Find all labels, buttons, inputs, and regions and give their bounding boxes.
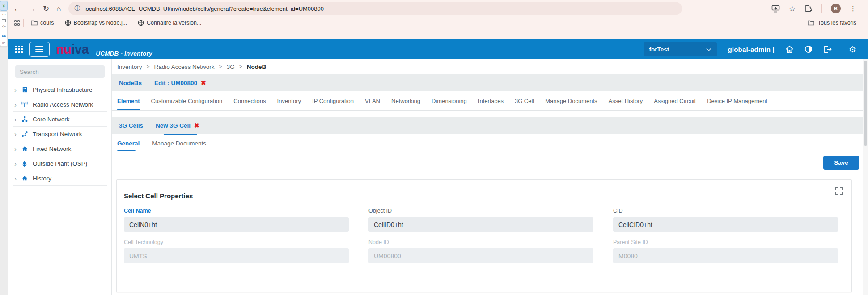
bookmarks-bar: cours Bootstrap vs Node.j... Connaître l… — [8, 17, 868, 29]
settings-gear-icon[interactable]: ⚙ — [849, 45, 856, 54]
profile-avatar[interactable]: B — [831, 4, 841, 13]
tab-edit-um00800[interactable]: Edit : UM00800 ✖ — [154, 74, 206, 91]
bug-icon: ✳ — [2, 4, 5, 9]
tab-dimensioning[interactable]: Dimensioning — [432, 91, 467, 110]
tab-vlan[interactable]: VLAN — [365, 91, 380, 110]
apps-grid-icon[interactable] — [14, 20, 20, 26]
tab-networking[interactable]: Networking — [391, 91, 420, 110]
entity-tab-band: NodeBs Edit : UM00800 ✖ — [112, 74, 863, 91]
close-icon[interactable]: ✖ — [194, 122, 199, 129]
tab-new-3g-cell[interactable]: New 3G Cell ✖ — [156, 117, 199, 134]
logout-button[interactable] — [823, 45, 832, 53]
field-cid: CID — [613, 208, 838, 232]
forward-icon[interactable]: → — [28, 5, 36, 13]
save-button[interactable]: Save — [823, 156, 859, 170]
bookmark-label: Connaître la version... — [147, 20, 201, 26]
tab-3g-cells[interactable]: 3G Cells — [119, 117, 143, 134]
breadcrumb-item[interactable]: Radio Access Network — [154, 64, 215, 70]
search-input[interactable] — [15, 65, 105, 78]
parent-site-id-input — [613, 248, 838, 263]
home-icon — [785, 45, 794, 53]
chevron-right-icon: › — [14, 101, 17, 108]
hamburger-menu-icon[interactable] — [29, 42, 50, 57]
fullscreen-button[interactable] — [832, 184, 846, 198]
extension-tool-panel: ⋯ x)= x= — [0, 12, 8, 47]
sidebar-item-core-network[interactable]: › Core Network — [13, 112, 107, 127]
back-icon[interactable]: ← — [13, 5, 21, 13]
function-icon[interactable]: x)= — [2, 25, 6, 28]
close-icon[interactable]: ✖ — [201, 79, 206, 86]
tab-assigned-circuit[interactable]: Assigned Circuit — [654, 91, 696, 110]
cid-input[interactable] — [613, 217, 838, 232]
tab-customizable-configuration[interactable]: Customizable Configuration — [151, 91, 223, 110]
tab-element[interactable]: Element — [117, 91, 140, 110]
breadcrumb-item[interactable]: Inventory — [117, 64, 142, 70]
window-icon[interactable] — [2, 19, 6, 22]
bookmark-connaitre[interactable]: Connaître la version... — [134, 20, 205, 26]
tab-manage-documents-detail[interactable]: Manage Documents — [152, 134, 206, 153]
sidebar-item-outside-plant[interactable]: › Outside Plant (OSP) — [13, 156, 107, 171]
extension-bug-icon[interactable]: ✳ — [0, 1, 8, 11]
field-cell-name: Cell Name — [124, 208, 349, 232]
tab-connections[interactable]: Connections — [233, 91, 266, 110]
cid-label: CID — [613, 208, 838, 214]
tab-nodebs[interactable]: NodeBs — [119, 74, 142, 91]
bookmark-star-icon[interactable]: ☆ — [789, 4, 796, 13]
bookmarks-divider — [804, 19, 804, 27]
sidebar-item-physical-infrastructure[interactable]: › Physical Infrastructure — [13, 82, 107, 97]
main-content: Inventory > Radio Access Network > 3G > … — [112, 59, 863, 295]
bookmark-bootstrap[interactable]: Bootstrap vs Node.j... — [61, 20, 131, 26]
sidebar-item-label: Physical Infrastructure — [33, 86, 93, 93]
points-icon[interactable] — [2, 31, 6, 39]
cell-name-input[interactable] — [124, 217, 349, 232]
sidebar-item-fixed-network[interactable]: › Fixed Network — [13, 141, 107, 156]
sidebar-item-label: Transport Network — [33, 131, 82, 137]
breadcrumb-item-current: NodeB — [247, 64, 267, 70]
more-tools-icon[interactable]: ⋯ — [2, 13, 6, 17]
tab-asset-history[interactable]: Asset History — [609, 91, 643, 110]
chevron-right-icon: › — [14, 86, 17, 93]
address-bar[interactable]: ⓘ localhost:6088/ACE_UCMDB_UI/inv/nodeb/… — [68, 2, 682, 15]
sidebar-item-transport-network[interactable]: › Transport Network — [13, 127, 107, 141]
globe-icon — [138, 20, 144, 26]
scope-select[interactable]: forTest — [644, 42, 717, 56]
tab-manage-documents[interactable]: Manage Documents — [545, 91, 597, 110]
globe-icon — [65, 20, 71, 26]
sidebar-item-radio-access-network[interactable]: › Radio Access Network — [13, 97, 107, 112]
tab-device-ip-management[interactable]: Device IP Management — [707, 91, 767, 110]
field-object-id: Object ID — [368, 208, 593, 232]
extensions-icon[interactable] — [804, 4, 813, 13]
browser-menu-icon[interactable]: ⋮ — [850, 4, 856, 13]
sidebar-item-label: Core Network — [33, 116, 70, 123]
sidebar-item-history[interactable]: › History — [13, 171, 107, 186]
refresh-icon[interactable]: ↻ — [43, 5, 49, 13]
tab-label: 3G Cells — [119, 122, 143, 129]
cell-tab-band: 3G Cells New 3G Cell ✖ — [112, 117, 863, 134]
cell-properties-form: Cell Name Object ID CID Cell Technology … — [124, 208, 838, 263]
network-icon — [21, 116, 29, 122]
scope-value: forTest — [649, 46, 669, 53]
home-button[interactable] — [785, 45, 794, 53]
contrast-button[interactable] — [804, 45, 813, 53]
url-text[interactable]: localhost:6088/ACE_UCMDB_UI/inv/nodeb/ce… — [85, 5, 324, 12]
detail-tabs: General Manage Documents — [112, 134, 863, 153]
site-info-icon[interactable]: ⓘ — [75, 4, 80, 13]
all-bookmarks[interactable]: Tous les favoris — [804, 19, 856, 27]
element-tabs: Element Customizable Configuration Conne… — [112, 91, 863, 111]
tab-general[interactable]: General — [117, 134, 140, 153]
tab-3g-cell[interactable]: 3G Cell — [515, 91, 534, 110]
graph-icon[interactable]: x= — [2, 42, 5, 45]
tab-ip-configuration[interactable]: IP Configuration — [312, 91, 354, 110]
scrollbar-thumb[interactable] — [864, 61, 867, 146]
object-id-input[interactable] — [368, 217, 593, 232]
bookmark-folder-cours[interactable]: cours — [27, 20, 58, 26]
vertical-scrollbar[interactable] — [863, 59, 868, 295]
browser-home-icon[interactable]: ⌂ — [56, 5, 61, 13]
tab-interfaces[interactable]: Interfaces — [478, 91, 504, 110]
folder-icon — [31, 20, 38, 26]
breadcrumb-item[interactable]: 3G — [227, 64, 235, 70]
install-icon[interactable] — [771, 5, 780, 13]
app-launcher-icon[interactable] — [15, 46, 23, 53]
browser-chrome: ← → ↻ ⌂ ⓘ localhost:6088/ACE_UCMDB_UI/in… — [8, 0, 868, 39]
tab-inventory[interactable]: Inventory — [277, 91, 301, 110]
